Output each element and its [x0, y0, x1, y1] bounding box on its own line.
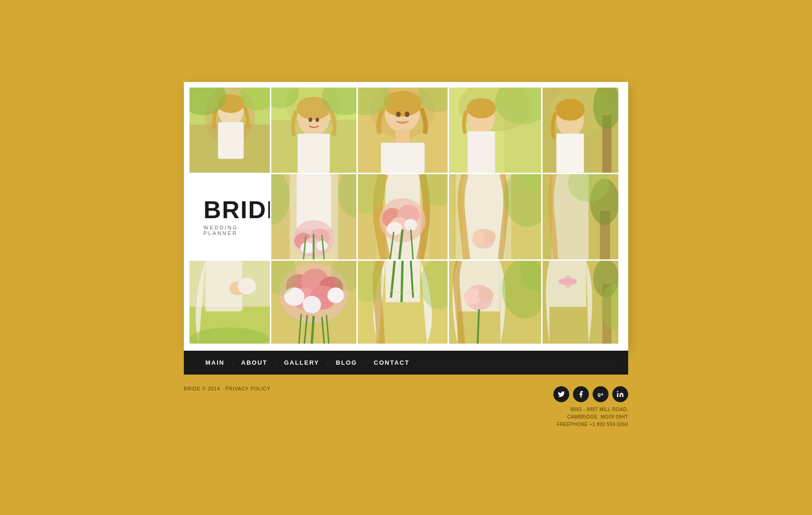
- svg-point-136: [617, 391, 618, 392]
- svg-point-55: [271, 174, 290, 225]
- svg-line-68: [411, 229, 413, 259]
- svg-point-47: [294, 233, 312, 249]
- photo-grid: BRIDE WEDDING PLANNER: [189, 88, 623, 345]
- nav-item-main[interactable]: MAIN: [203, 359, 227, 366]
- svg-rect-57: [358, 174, 448, 259]
- svg-point-100: [310, 286, 336, 309]
- svg-point-61: [382, 208, 402, 228]
- nav-sep-4: ·: [365, 360, 366, 366]
- svg-rect-83: [600, 211, 610, 259]
- svg-rect-121: [458, 261, 500, 311]
- svg-point-76: [472, 232, 486, 244]
- svg-point-9: [286, 88, 341, 129]
- nav-bar: MAIN · ABOUT · GALLERY · BLOG · CONTACT: [184, 351, 628, 375]
- svg-point-78: [504, 174, 541, 227]
- svg-point-79: [521, 174, 541, 192]
- svg-point-75: [472, 228, 495, 249]
- svg-point-26: [358, 88, 390, 115]
- svg-rect-25: [381, 143, 424, 173]
- svg-rect-42: [271, 174, 356, 259]
- grid-cell-r1c3: [358, 88, 449, 174]
- svg-point-84: [590, 179, 618, 225]
- svg-point-85: [568, 174, 609, 202]
- footer-right: g+ 8883 - 8887 MILL ROAD, CAMBRIDGE, MG0…: [553, 386, 628, 428]
- svg-rect-74: [463, 174, 505, 259]
- grid-cell-r1c2: [271, 88, 358, 174]
- svg-point-5: [217, 95, 245, 113]
- svg-line-115: [402, 261, 403, 302]
- svg-point-96: [286, 274, 312, 298]
- svg-point-90: [230, 281, 246, 295]
- svg-rect-89: [205, 261, 242, 311]
- svg-point-17: [271, 88, 299, 108]
- brand-title: BRIDE: [203, 198, 256, 222]
- svg-line-54: [322, 235, 324, 259]
- svg-rect-112: [358, 261, 448, 344]
- svg-line-116: [411, 261, 413, 298]
- svg-line-125: [478, 309, 479, 344]
- svg-point-64: [387, 222, 402, 235]
- grid-cell-r3c3: [358, 261, 449, 345]
- svg-point-19: [370, 88, 435, 138]
- svg-point-123: [464, 289, 480, 304]
- svg-point-11: [297, 99, 330, 136]
- svg-rect-45: [297, 174, 331, 229]
- svg-rect-73: [456, 174, 511, 259]
- svg-rect-10: [271, 120, 356, 173]
- nav-item-gallery[interactable]: GALLERY: [281, 359, 322, 366]
- svg-rect-133: [602, 284, 612, 344]
- svg-point-27: [418, 88, 448, 112]
- footer-address: 8883 - 8887 MILL ROAD, CAMBRIDGE, MG09 0…: [557, 406, 628, 428]
- nav-sep-2: ·: [275, 360, 276, 366]
- svg-point-124: [478, 288, 493, 302]
- svg-point-69: [358, 174, 385, 213]
- svg-point-77: [484, 231, 496, 242]
- svg-point-46: [293, 220, 334, 257]
- svg-point-39: [555, 99, 585, 121]
- svg-rect-8: [271, 88, 356, 173]
- nav-item-blog[interactable]: BLOG: [333, 359, 360, 366]
- svg-rect-59: [385, 174, 420, 259]
- svg-point-6: [189, 88, 226, 115]
- svg-point-131: [558, 278, 577, 285]
- svg-point-13: [297, 97, 331, 120]
- googleplus-icon[interactable]: g+: [593, 386, 609, 402]
- svg-point-60: [379, 198, 425, 242]
- svg-line-106: [326, 315, 329, 344]
- svg-rect-43: [271, 174, 356, 259]
- svg-rect-28: [449, 88, 541, 173]
- grid-cell-r1c4: [449, 88, 543, 174]
- footer: BRIDE © 2014 · PRIVACY POLICY g+: [184, 375, 628, 433]
- svg-point-51: [316, 241, 327, 251]
- grid-cell-r3c4: [449, 261, 543, 345]
- svg-point-126: [502, 261, 541, 318]
- svg-line-108: [322, 317, 324, 344]
- nav-item-about[interactable]: ABOUT: [239, 359, 270, 366]
- svg-line-114: [391, 261, 395, 298]
- svg-point-1: [204, 88, 255, 145]
- svg-rect-111: [358, 261, 448, 344]
- facebook-icon[interactable]: [573, 386, 589, 402]
- svg-point-103: [327, 287, 344, 303]
- svg-rect-2: [189, 125, 270, 173]
- nav-item-contact[interactable]: CONTACT: [371, 359, 413, 366]
- svg-point-41: [593, 88, 618, 129]
- linkedin-icon[interactable]: [612, 386, 628, 402]
- twitter-icon[interactable]: [553, 386, 569, 402]
- grid-cell-r3c2: [271, 261, 358, 345]
- svg-rect-82: [552, 174, 589, 259]
- svg-rect-12: [297, 133, 330, 173]
- svg-point-36: [551, 88, 610, 136]
- svg-rect-4: [218, 122, 244, 159]
- grid-cell-r1c5: [543, 88, 620, 174]
- svg-point-7: [240, 88, 270, 110]
- footer-copyright: BRIDE © 2014 · PRIVACY POLICY: [184, 386, 271, 391]
- svg-rect-87: [189, 261, 270, 307]
- svg-point-92: [189, 328, 269, 344]
- svg-line-67: [390, 232, 394, 259]
- footer-left: BRIDE © 2014 · PRIVACY POLICY: [184, 386, 271, 391]
- svg-point-29: [458, 88, 532, 131]
- svg-rect-86: [189, 261, 270, 344]
- svg-rect-35: [543, 88, 618, 173]
- svg-point-101: [284, 287, 304, 306]
